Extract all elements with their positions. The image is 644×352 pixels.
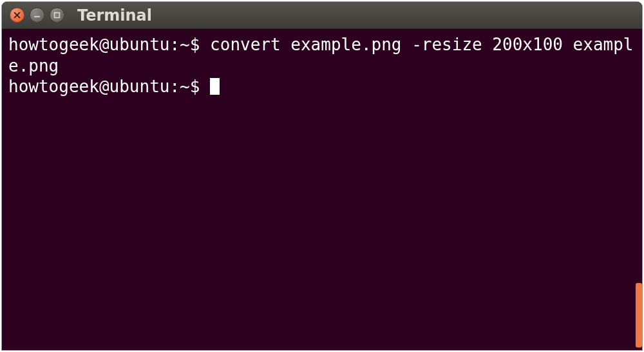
maximize-icon (53, 12, 61, 19)
terminal-window: Terminal howtogeek@ubuntu:~$ convert exa… (2, 2, 642, 350)
prompt-line-1: howtogeek@ubuntu:~$ (8, 35, 210, 54)
svg-rect-0 (55, 13, 60, 18)
close-button[interactable] (10, 8, 24, 23)
minimize-icon (33, 12, 41, 19)
scrollbar-handle[interactable] (636, 283, 642, 347)
minimize-button[interactable] (30, 8, 44, 23)
cursor (210, 78, 220, 95)
window-title: Terminal (77, 6, 152, 24)
terminal-body[interactable]: howtogeek@ubuntu:~$ convert example.png … (2, 29, 642, 350)
prompt-line-2: howtogeek@ubuntu:~$ (8, 77, 210, 96)
maximize-button[interactable] (50, 8, 64, 23)
close-icon (14, 12, 21, 19)
window-buttons (10, 8, 64, 23)
titlebar: Terminal (2, 2, 642, 29)
